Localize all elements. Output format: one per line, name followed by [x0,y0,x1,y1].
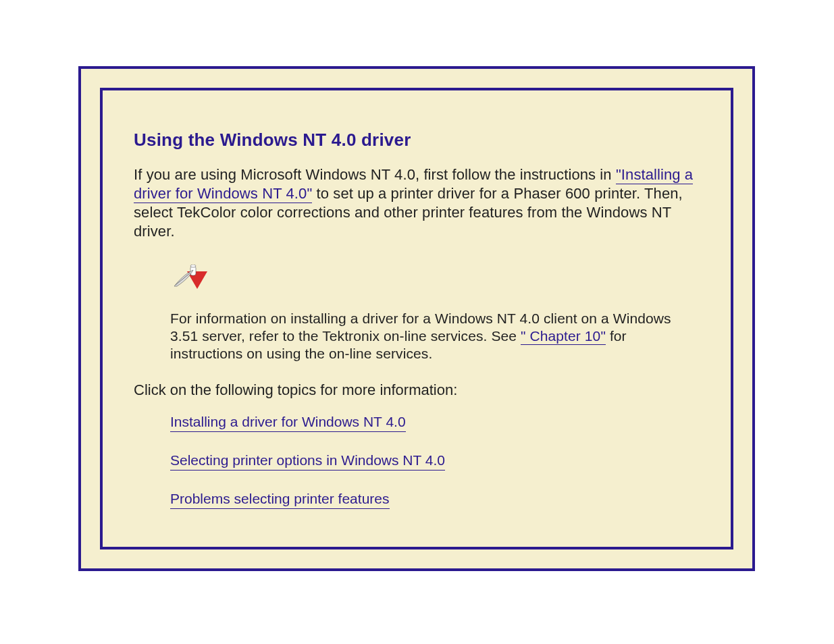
intro-paragraph: If you are using Microsoft Windows NT 4.… [134,165,700,242]
note-text: For information on installing a driver f… [170,310,690,363]
topic-link-install[interactable]: Installing a driver for Windows NT 4.0 [170,414,406,432]
page: Using the Windows NT 4.0 driver If you a… [0,0,834,644]
intro-text-pre: If you are using Microsoft Windows NT 4.… [134,166,616,183]
list-item: Selecting printer options in Windows NT … [170,452,700,471]
note-icon [170,265,700,294]
note-block: For information on installing a driver f… [170,265,700,363]
topic-list: Installing a driver for Windows NT 4.0 S… [170,414,700,509]
note-icon-row [170,265,700,296]
page-title: Using the Windows NT 4.0 driver [134,130,700,151]
inner-frame: Using the Windows NT 4.0 driver If you a… [100,88,733,549]
svg-line-3 [176,273,190,285]
chapter-10-link[interactable]: " Chapter 10" [521,328,606,345]
topic-link-options[interactable]: Selecting printer options in Windows NT … [170,452,445,471]
topics-lead: Click on the following topics for more i… [134,381,700,399]
topic-link-problems[interactable]: Problems selecting printer features [170,491,390,509]
list-item: Problems selecting printer features [170,491,700,509]
outer-frame: Using the Windows NT 4.0 driver If you a… [78,66,755,571]
list-item: Installing a driver for Windows NT 4.0 [170,414,700,432]
svg-point-2 [190,265,196,267]
